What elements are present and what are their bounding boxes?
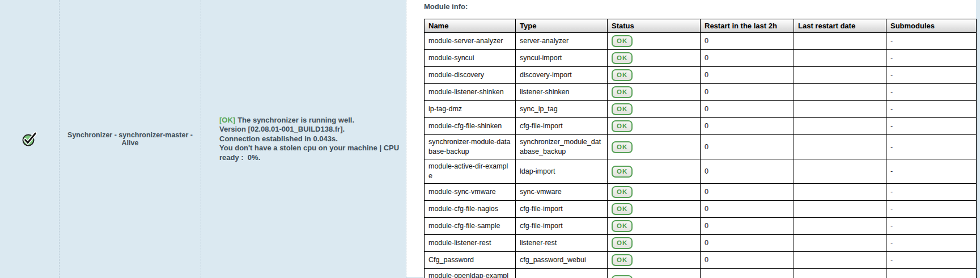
cell-status: OK [608,184,701,201]
cell-status: OK [608,235,701,252]
cell-name: module-active-dir-example [425,159,516,184]
cell-last-restart-date [794,269,886,278]
cell-submodules: - [886,118,977,135]
cell-type: cfg-file-import [516,218,608,235]
cell-submodules: - [886,252,977,269]
cell-restart-last-2h: 0 [701,201,794,218]
cell-submodules: - [886,67,977,84]
cell-last-restart-date [794,235,886,252]
status-ok-badge: OK [612,186,633,198]
header-status: Status [608,19,701,33]
status-ok-badge: OK [612,69,633,81]
cell-last-restart-date [794,135,886,159]
cell-last-restart-date [794,218,886,235]
output-line-2: Version [02.08.01-001_BUILD138.fr]. [219,125,406,134]
cell-type: cfg_password_webui [516,252,608,269]
cell-type: listener-shinken [516,84,608,101]
cell-type: synchronizer_module_database_backup [516,135,608,159]
cell-name: ip-tag-dmz [425,101,516,118]
cell-type: cfg-file-import [516,201,608,218]
cell-last-restart-date [794,84,886,101]
cell-restart-last-2h: 0 [701,67,794,84]
module-table: Name Type Status Restart in the last 2h … [424,19,977,278]
header-type: Type [516,19,608,33]
cell-name: module-cfg-file-shinken [425,118,516,135]
header-last-restart-date: Last restart date [794,19,886,33]
cell-type: ldap-import [516,159,608,184]
cell-status: OK [608,218,701,235]
cell-restart-last-2h: 0 [701,50,794,67]
cell-status: OK [608,67,701,84]
cell-submodules: - [886,269,977,278]
cell-type: server-analyzer [516,33,608,50]
ok-check-circle-icon [22,131,37,147]
ok-status-tag: [OK] [219,116,235,124]
cell-last-restart-date [794,101,886,118]
table-row: Cfg_passwordcfg_password_webuiOK0- [425,252,977,269]
status-ok-badge: OK [612,237,633,249]
cell-submodules: - [886,218,977,235]
cell-submodules: - [886,201,977,218]
cell-name: module-openldap-example [425,269,516,278]
cell-restart-last-2h: 0 [701,252,794,269]
cell-type: cfg-file-import [516,118,608,135]
cell-name: module-server-analyzer [425,33,516,50]
cell-status: OK [608,135,701,159]
table-row: module-syncuisyncui-importOK0- [425,50,977,67]
cell-name: synchronizer-module-database-backup [425,135,516,159]
table-row: module-cfg-file-shinkencfg-file-importOK… [425,118,977,135]
cell-type: syncui-import [516,50,608,67]
cell-submodules: - [886,50,977,67]
synchronizer-status-page: Synchronizer - synchronizer-master - Ali… [0,0,980,278]
cell-restart-last-2h: 0 [701,101,794,118]
synchronizer-name: Synchronizer - synchronizer-master - Ali… [64,131,196,147]
cell-submodules: - [886,101,977,118]
table-row: module-cfg-file-samplecfg-file-importOK0… [425,218,977,235]
cell-status: OK [608,33,701,50]
status-ok-badge: OK [612,141,633,153]
cell-name: module-sync-vmware [425,184,516,201]
plugin-output-cell: [OK]The synchronizer is running well. Ve… [201,0,406,278]
cell-name: module-cfg-file-sample [425,218,516,235]
cell-type: discovery-import [516,67,608,84]
cell-name: Cfg_password [425,252,516,269]
cell-status: OK [608,84,701,101]
cell-type: sync_ip_tag [516,101,608,118]
status-ok-badge: OK [612,120,633,132]
cell-status: OK [608,101,701,118]
status-ok-badge: OK [612,86,633,98]
status-ok-badge: OK [612,166,633,178]
table-row: module-listener-restlistener-restOK0- [425,235,977,252]
plugin-output: [OK]The synchronizer is running well. Ve… [219,116,406,163]
cell-restart-last-2h: 0 [701,235,794,252]
output-line-1-text: The synchronizer is running well. [237,116,354,124]
table-row: module-discoverydiscovery-importOK0- [425,67,977,84]
status-ok-badge: OK [612,203,633,215]
cell-submodules: - [886,235,977,252]
status-ok-badge: OK [612,254,633,266]
cell-status: OK [608,118,701,135]
cell-name: module-listener-shinken [425,84,516,101]
cell-type: sync-vmware [516,184,608,201]
table-row: ip-tag-dmzsync_ip_tagOK0- [425,101,977,118]
cell-restart-last-2h: 0 [701,184,794,201]
cell-name: module-cfg-file-nagios [425,201,516,218]
cell-status: OK [608,201,701,218]
cell-status: OK [608,50,701,67]
cell-restart-last-2h: 0 [701,118,794,135]
cell-status: OK [608,159,701,184]
cell-last-restart-date [794,184,886,201]
module-info-cell: Module info: Name Type Status Restart in… [406,0,976,277]
cell-restart-last-2h: 0 [701,269,794,278]
status-ok-badge: OK [612,275,633,278]
cell-last-restart-date [794,201,886,218]
module-table-header-row: Name Type Status Restart in the last 2h … [425,19,977,33]
cell-last-restart-date [794,33,886,50]
cell-submodules: - [886,159,977,184]
table-row: synchronizer-module-database-backupsynch… [425,135,977,159]
cell-submodules: - [886,33,977,50]
status-ok-badge: OK [612,35,633,47]
cell-restart-last-2h: 0 [701,135,794,159]
header-name: Name [425,19,516,33]
module-table-body: module-server-analyzerserver-analyzerOK0… [425,33,977,278]
